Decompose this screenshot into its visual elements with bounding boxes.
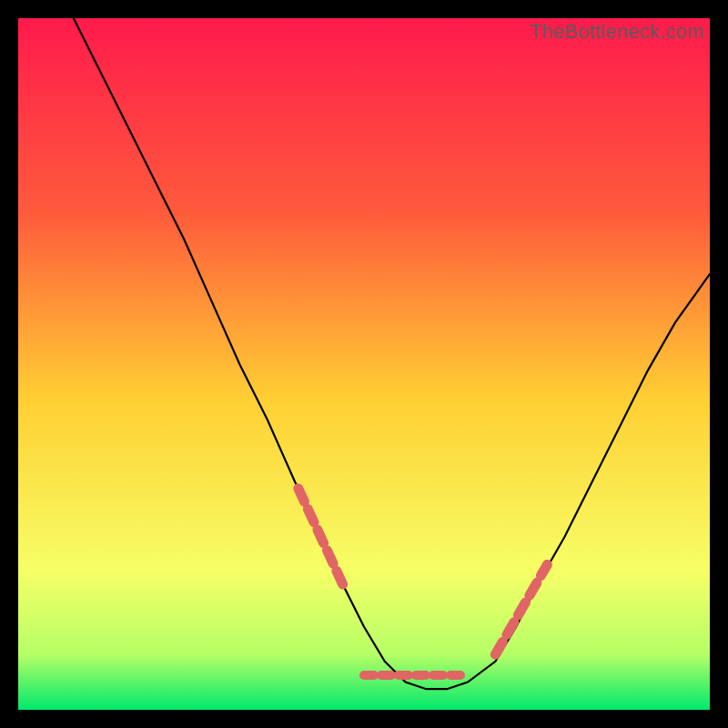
watermark-text: TheBottleneck.com <box>530 20 704 44</box>
bottleneck-chart <box>18 18 710 710</box>
highlight-dash <box>541 564 547 575</box>
highlight-dash <box>308 510 314 523</box>
highlight-dash <box>327 551 333 564</box>
chart-frame: TheBottleneck.com <box>18 18 710 710</box>
highlight-dash <box>507 622 514 635</box>
highlight-dash <box>530 582 537 595</box>
highlight-dash <box>495 642 502 654</box>
highlight-dash <box>337 571 343 585</box>
highlight-dash <box>298 489 305 502</box>
highlight-dash <box>518 602 525 615</box>
highlight-dash <box>318 530 324 543</box>
gradient-background <box>18 18 710 710</box>
